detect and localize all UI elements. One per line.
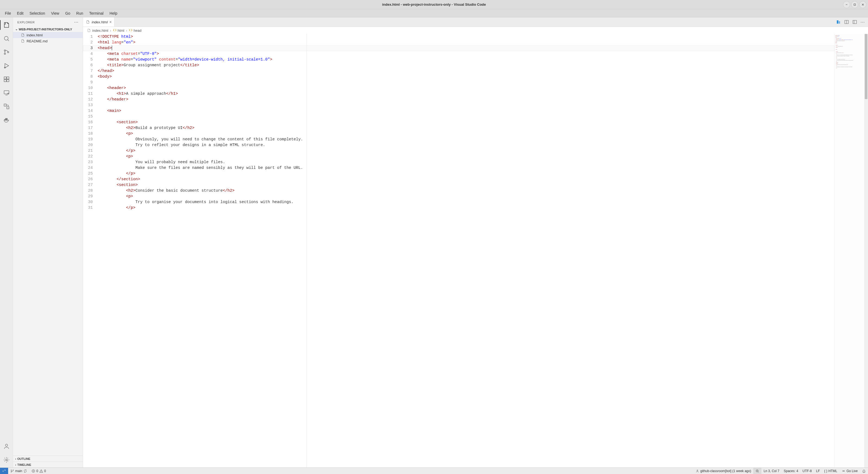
menu-help[interactable]: Help [107, 10, 120, 17]
status-indentation[interactable]: Spaces: 4 [781, 468, 800, 474]
activity-search-icon[interactable] [0, 33, 13, 45]
file-index-html[interactable]: index.html [13, 32, 83, 38]
split-editor-icon[interactable] [844, 20, 849, 24]
code-line[interactable]: 10 <header> [83, 85, 834, 91]
folder-header[interactable]: ⌄ WEB-PROJECT-INSTRUCTORS-ONLY [13, 27, 83, 31]
code-text: <!DOCTYPE html> [98, 34, 834, 40]
svg-point-26 [11, 472, 11, 472]
status-go-live[interactable]: Go Live [839, 468, 860, 474]
status-zoom[interactable] [753, 468, 762, 474]
code-line[interactable]: 7</head> [83, 68, 834, 74]
activity-extensions-icon[interactable] [0, 73, 13, 85]
menu-view[interactable]: View [48, 10, 62, 17]
code-editor[interactable]: 1<!DOCTYPE html>2<html lang="en">3<head>… [83, 34, 834, 468]
status-encoding[interactable]: UTF-8 [801, 468, 814, 474]
code-line[interactable]: 21 </p> [83, 148, 834, 154]
outline-section[interactable]: › OUTLINE [13, 455, 83, 462]
code-line[interactable]: 20 Try to reflect your designs in a simp… [83, 142, 834, 148]
layout-icon[interactable] [852, 20, 857, 24]
line-number: 6 [83, 62, 98, 68]
activity-run-debug-icon[interactable] [0, 60, 13, 72]
code-line[interactable]: 2<html lang="en"> [83, 40, 834, 45]
compare-changes-icon[interactable] [836, 20, 841, 24]
code-line[interactable]: 18 <p> [83, 131, 834, 137]
tab-close-icon[interactable]: × [109, 20, 112, 24]
vertical-scrollbar[interactable] [864, 34, 868, 468]
code-line[interactable]: 29 <p> [83, 194, 834, 199]
activity-remote-explorer-icon[interactable] [0, 87, 13, 99]
status-language[interactable]: { } HTML [822, 468, 839, 474]
breadcrumb-file[interactable]: index.html [87, 28, 108, 33]
code-line[interactable]: 31 </p> [83, 205, 834, 211]
code-line[interactable]: 26 </section> [83, 176, 834, 182]
line-number: 15 [83, 114, 98, 119]
code-line[interactable]: 12 </header> [83, 97, 834, 102]
code-line[interactable]: 8<body> [83, 74, 834, 80]
activity-settings-icon[interactable] [0, 454, 13, 466]
status-remote-button[interactable] [0, 468, 8, 474]
status-notifications[interactable] [860, 468, 868, 474]
code-line[interactable]: 27 <section> [83, 182, 834, 188]
breadcrumb-head[interactable]: head [129, 28, 142, 33]
activity-explorer-icon[interactable] [0, 19, 13, 31]
maximize-button[interactable] [851, 1, 858, 8]
code-line[interactable]: 6 <title>Group assignment project</title… [83, 62, 834, 68]
code-line[interactable]: 14 <main> [83, 108, 834, 114]
code-line[interactable]: 1<!DOCTYPE html> [83, 34, 834, 40]
code-text: <h1>A simple approach</h1> [98, 91, 834, 97]
code-line[interactable]: 30 Try to organise your documents into l… [83, 199, 834, 205]
menu-terminal[interactable]: Terminal [87, 10, 106, 17]
breadcrumb-label: html [118, 29, 124, 33]
code-line[interactable]: 23 You will probably need multiple files… [83, 159, 834, 165]
code-wrap: 1<!DOCTYPE html>2<html lang="en">3<head>… [83, 34, 868, 468]
statusbar: main 0 0 github-classroom[bot] (1 week a… [0, 468, 868, 474]
timeline-section[interactable]: › TIMELINE [13, 462, 83, 468]
status-problems[interactable]: 0 0 [29, 468, 48, 474]
menu-selection[interactable]: Selection [27, 10, 48, 17]
line-number: 11 [83, 91, 98, 97]
code-line[interactable]: 28 <h2>Consider the basic document struc… [83, 188, 834, 194]
code-line[interactable]: 11 <h1>A simple approach</h1> [83, 91, 834, 97]
status-git-blame[interactable]: github-classroom[bot] (1 week ago) [693, 468, 753, 474]
file-readme-md[interactable]: README.md [13, 38, 83, 44]
status-eol[interactable]: LF [814, 468, 822, 474]
menu-run[interactable]: Run [73, 10, 86, 17]
code-line[interactable]: 25 </p> [83, 171, 834, 176]
activity-source-control-icon[interactable] [0, 46, 13, 58]
code-line[interactable]: 15 [83, 114, 834, 119]
activity-live-share-icon[interactable] [0, 100, 13, 112]
status-cursor-position[interactable]: Ln 3, Col 7 [762, 468, 781, 474]
menu-edit[interactable]: Edit [14, 10, 26, 17]
code-line[interactable]: 5 <meta name="viewport" content="width=d… [83, 57, 834, 62]
code-line[interactable]: 4 <meta charset="UTF-8"> [83, 51, 834, 57]
line-number: 27 [83, 182, 98, 188]
activity-docker-icon[interactable] [0, 114, 13, 126]
minimize-button[interactable] [843, 1, 850, 8]
warning-icon [39, 469, 43, 473]
status-branch[interactable]: main [8, 468, 29, 474]
explorer-more-icon[interactable]: ⋯ [74, 20, 79, 25]
close-button[interactable] [859, 1, 866, 8]
code-line[interactable]: 22 <p> [83, 154, 834, 159]
zoom-icon [755, 469, 759, 473]
activity-accounts-icon[interactable] [0, 440, 13, 452]
code-line[interactable]: 16 <section> [83, 119, 834, 125]
code-text: </p> [98, 171, 834, 176]
code-line[interactable]: 19 Obviously, you will need to change th… [83, 137, 834, 142]
code-line[interactable]: 9 [83, 80, 834, 85]
code-line[interactable]: 3<head> [83, 45, 834, 51]
breadcrumb-html[interactable]: html [113, 28, 124, 33]
tab-index-html[interactable]: index.html × [83, 18, 115, 27]
menu-file[interactable]: File [2, 10, 14, 17]
more-actions-icon[interactable]: ⋯ [860, 20, 865, 25]
scrollbar-thumb[interactable] [865, 34, 867, 99]
code-line[interactable]: 13 [83, 102, 834, 108]
code-text: <p> [98, 154, 834, 159]
minimap[interactable]: <!DOCTYPE html><html lang="en"><head> <m… [834, 34, 864, 468]
code-line[interactable]: 24 Make sure the files are named sensibl… [83, 165, 834, 171]
chevron-right-icon: › [126, 29, 127, 33]
file-label: index.html [27, 33, 42, 37]
code-line[interactable]: 17 <h2>Build a prototype UI</h2> [83, 125, 834, 131]
lncol-label: Ln 3, Col 7 [764, 469, 779, 473]
menu-go[interactable]: Go [62, 10, 73, 17]
